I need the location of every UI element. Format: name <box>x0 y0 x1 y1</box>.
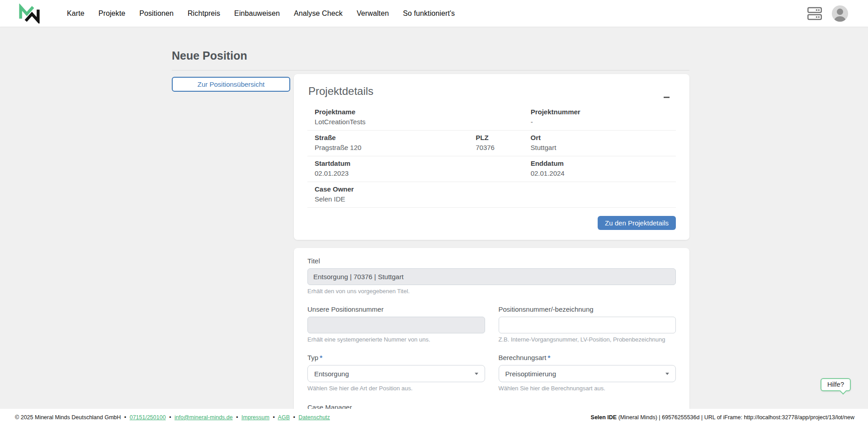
user-avatar-icon[interactable] <box>832 5 848 22</box>
project-details-table: Projektname LotCreationTests Projektnumm… <box>307 105 676 208</box>
separator-dot: • <box>236 414 238 421</box>
berechnungsart-label: Berechnungsart* <box>499 354 676 361</box>
field-startdatum: Startdatum 02.01.2023 <box>315 159 531 178</box>
footer-link-impressum[interactable]: Impressum <box>241 414 269 421</box>
session-user: Selen IDE <box>591 414 617 421</box>
unsere-positionsnummer-helper: Erhält eine systemgenerierte Nummer von … <box>307 336 485 343</box>
positionsnummer-label: Positionsnummer/-bezeichnung <box>499 305 676 313</box>
field-projektnummer: Projektnummer - <box>531 108 669 126</box>
nav-item-verwalten[interactable]: Verwalten <box>357 9 389 18</box>
case-manager-form-group: Case Manager <box>307 403 676 409</box>
footer-link-datenschutz[interactable]: Datenschutz <box>298 414 330 421</box>
table-row: Projektname LotCreationTests Projektnumm… <box>307 105 676 131</box>
main-navigation: Karte Projekte Positionen Richtpreis Ein… <box>67 9 455 18</box>
typ-select[interactable]: Entsorgung <box>307 365 485 382</box>
field-strasse: Straße Pragstraße 120 <box>315 133 476 152</box>
mineral-minds-logo[interactable] <box>18 3 42 24</box>
right-column: Projektdetails Projektname LotCreationTe… <box>294 74 689 409</box>
minus-icon <box>664 97 670 98</box>
titel-input <box>307 268 676 285</box>
title-divider <box>172 70 689 70</box>
table-row: Startdatum 02.01.2023 Enddatum 02.01.202… <box>307 156 676 182</box>
collapse-card-button[interactable] <box>662 94 670 100</box>
footer-link-email[interactable]: info@mineral-minds.de <box>175 414 233 421</box>
back-to-positions-button[interactable]: Zur Positionsübersicht <box>172 77 290 92</box>
left-column: Zur Positionsübersicht <box>172 74 294 92</box>
nav-item-karte[interactable]: Karte <box>67 9 85 18</box>
session-info: Selen IDE (Mineral Minds) | 69576255536d… <box>591 414 854 421</box>
chevron-down-icon <box>475 373 478 375</box>
table-row: Straße Pragstraße 120 PLZ 70376 Ort Stut… <box>307 131 676 156</box>
nav-item-positionen[interactable]: Positionen <box>139 9 174 18</box>
nav-item-richtpreis[interactable]: Richtpreis <box>188 9 220 18</box>
unsere-positionsnummer-label: Unsere Positionsnummer <box>307 305 485 313</box>
typ-label: Typ* <box>307 354 485 361</box>
berechnungsart-select-value: Preisoptimierung <box>505 370 557 378</box>
logo-icon <box>18 4 41 23</box>
field-case-owner: Case Owner Selen IDE <box>315 185 669 204</box>
footer-link-agb[interactable]: AGB <box>278 414 290 421</box>
help-button[interactable]: Hilfe? <box>821 378 851 391</box>
field-enddatum: Enddatum 02.01.2024 <box>531 159 669 178</box>
berechnungsart-form-group: Berechnungsart* Preisoptimierung Wählen … <box>499 354 676 392</box>
positionsnummer-form-group: Positionsnummer/-bezeichnung Z.B. Intern… <box>499 305 676 343</box>
unsere-positionsnummer-input <box>307 317 485 333</box>
typ-select-value: Entsorgung <box>314 370 349 378</box>
field-plz: PLZ 70376 <box>476 133 530 152</box>
page-title: Neue Position <box>172 49 689 62</box>
project-details-title: Projektdetails <box>308 85 676 98</box>
nav-item-analyse-check[interactable]: Analyse Check <box>294 9 343 18</box>
project-details-card: Projektdetails Projektname LotCreationTe… <box>294 74 689 240</box>
footer-left: © 2025 Mineral Minds Deutschland GmbH • … <box>15 414 330 421</box>
unsere-positionsnummer-form-group: Unsere Positionsnummer Erhält eine syste… <box>307 305 485 343</box>
nav-item-projekte[interactable]: Projekte <box>99 9 126 18</box>
titel-label: Titel <box>307 257 676 265</box>
page-content: Neue Position Zur Positionsübersicht Pro… <box>0 27 868 409</box>
field-projektname: Projektname LotCreationTests <box>315 108 531 126</box>
separator-dot: • <box>273 414 274 421</box>
case-manager-label: Case Manager <box>307 403 676 409</box>
server-icon[interactable] <box>807 7 822 20</box>
session-details: (Mineral Minds) | 69576255536d | URL of … <box>617 414 854 421</box>
table-row: Case Owner Selen IDE <box>307 182 676 208</box>
footer-link-phone[interactable]: 07151/250100 <box>130 414 166 421</box>
new-position-form-card: Titel Erhält den von uns vorgegebenen Ti… <box>294 248 689 409</box>
separator-dot: • <box>293 414 295 421</box>
titel-form-group: Titel Erhält den von uns vorgegebenen Ti… <box>307 257 676 295</box>
positionsnummer-helper: Z.B. Interne-Vorgangsnummer, LV-Position… <box>499 336 676 343</box>
titel-helper: Erhält den von uns vorgegebenen Titel. <box>307 288 676 295</box>
berechnungsart-select[interactable]: Preisoptimierung <box>499 365 676 382</box>
copyright-text: © 2025 Mineral Minds Deutschland GmbH <box>15 414 121 421</box>
positionsnummer-input[interactable] <box>499 317 676 333</box>
navbar-right-actions <box>807 5 848 22</box>
separator-dot: • <box>124 414 126 421</box>
typ-helper: Wählen Sie hier die Art der Position aus… <box>307 385 485 392</box>
field-ort: Ort Stuttgart <box>531 133 669 152</box>
top-navbar: Karte Projekte Positionen Richtpreis Ein… <box>0 0 868 27</box>
required-asterisk: * <box>547 354 550 361</box>
separator-dot: • <box>169 414 171 421</box>
nav-item-einbauweisen[interactable]: Einbauweisen <box>234 9 280 18</box>
avatar-head <box>837 9 843 15</box>
required-asterisk: * <box>320 354 322 361</box>
nav-item-so-funktionierts[interactable]: So funktioniert's <box>403 9 455 18</box>
chevron-down-icon <box>665 373 669 375</box>
typ-form-group: Typ* Entsorgung Wählen Sie hier die Art … <box>307 354 485 392</box>
avatar-body <box>834 16 846 22</box>
go-to-project-details-button[interactable]: Zu den Projektdetails <box>598 216 676 230</box>
page-footer: © 2025 Mineral Minds Deutschland GmbH • … <box>0 409 868 426</box>
berechnungsart-helper: Wählen Sie hier die Berechnungsart aus. <box>499 385 676 392</box>
